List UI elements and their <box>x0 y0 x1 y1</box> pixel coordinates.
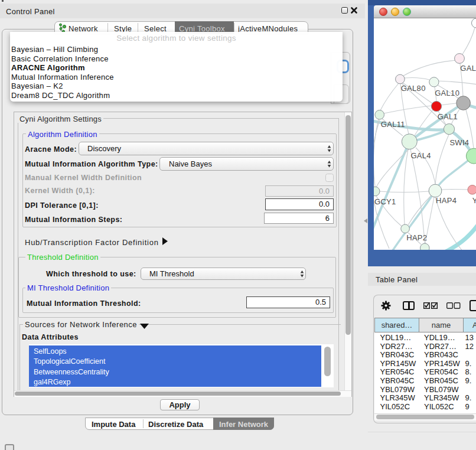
svg-text:SWI4: SWI4 <box>449 138 469 147</box>
svg-text:GAL7: GAL7 <box>460 64 476 73</box>
svg-text:GAL10: GAL10 <box>435 89 459 97</box>
svg-text:GCY1: GCY1 <box>374 197 396 206</box>
svg-text:GAL11: GAL11 <box>381 120 405 129</box>
svg-text:GAL4: GAL4 <box>410 151 431 160</box>
svg-text:HAP4: HAP4 <box>436 196 457 205</box>
svg-text:GAL80: GAL80 <box>401 84 426 93</box>
svg-text:Y: Y <box>472 196 476 205</box>
svg-text:HAP2: HAP2 <box>406 233 427 242</box>
svg-text:GAL1: GAL1 <box>438 112 458 121</box>
